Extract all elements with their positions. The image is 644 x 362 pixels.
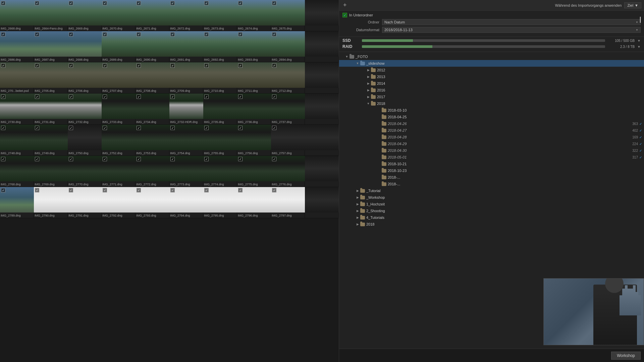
photo-checkbox[interactable] [1,63,5,68]
photo-cell[interactable]: IMG_2707.dng [102,62,136,93]
photo-checkbox[interactable] [238,1,243,5]
photo-checkbox[interactable] [238,95,243,99]
photo-cell[interactable]: IMG_2734.dng [136,94,169,124]
photo-checkbox[interactable] [1,126,5,130]
photo-cell[interactable]: IMG_2789.dng [0,187,34,218]
photo-cell[interactable]: IMG_2694.dng [271,31,305,62]
photo-cell[interactable]: IMG_2756.dng [237,125,271,156]
photo-cell[interactable]: IMG_2732.dng [68,94,102,124]
photo-checkbox[interactable] [272,95,276,99]
photo-cell[interactable]: IMG_2687.dng [34,31,68,62]
add-button[interactable]: + [342,2,348,9]
photo-checkbox[interactable] [272,32,276,37]
photo-checkbox[interactable] [238,188,243,192]
photo-cell[interactable]: IMG_2692.dng [203,31,237,62]
subfolder-checkbox[interactable] [342,13,347,17]
tree-item-2012[interactable]: 2012 [339,67,644,73]
photo-cell[interactable] [305,94,339,124]
tree-item-2018-04-26[interactable]: 2018-04-26 363 ✓ [339,120,644,127]
workshop-button[interactable]: Workshop [611,352,641,360]
tree-item-2013[interactable]: 2013 [339,73,644,80]
photo-checkbox[interactable] [204,1,209,5]
photo-checkbox[interactable] [137,95,141,99]
photo-checkbox[interactable] [69,126,73,130]
photo-checkbox[interactable] [35,1,39,5]
photo-checkbox[interactable] [272,126,276,130]
photo-checkbox[interactable] [1,157,5,161]
photo-cell[interactable]: IMG_2672.dng [169,0,203,31]
photo-checkbox[interactable] [170,32,175,37]
photo-checkbox[interactable] [170,63,175,68]
photo-checkbox[interactable] [35,95,39,99]
photo-cell[interactable]: IMG_2757.dng [271,125,305,156]
photo-cell[interactable]: IMG_2712.dng [271,62,305,93]
storage-expand-icon[interactable]: ▼ [637,45,641,49]
photo-cell[interactable]: IMG_2796.dng [237,187,271,218]
photo-checkbox[interactable] [238,157,243,161]
photo-checkbox[interactable] [103,126,107,130]
photo-cell[interactable]: IMG_2772.dng [136,156,169,187]
tree-item-2018b[interactable]: 2018 [339,221,644,228]
photo-cell[interactable]: IMG_2671.dng [136,0,169,31]
photo-checkbox[interactable] [204,63,209,68]
photo-cell[interactable]: IMG_2776.dng [271,156,305,187]
photo-cell[interactable]: IMG_2755.dng [203,125,237,156]
photo-cell[interactable]: IMG_2688.dng [68,31,102,62]
photo-cell[interactable]: IMG_2794.dng [169,187,203,218]
photo-checkbox[interactable] [204,126,209,130]
photo-cell[interactable]: IMG_2664-Pano.dng [34,0,68,31]
photo-cell[interactable]: IMG_2674.dng [237,0,271,31]
photo-checkbox[interactable] [103,95,107,99]
photo-checkbox[interactable] [35,32,39,37]
photo-checkbox[interactable] [170,126,175,130]
photo-checkbox[interactable] [170,95,175,99]
ziel-button[interactable]: Ziel ▼ [624,2,641,8]
photo-checkbox[interactable] [69,63,73,68]
photo-cell[interactable]: IMG_2768.dng [0,156,34,187]
photo-cell[interactable]: IMG_2686.dng [0,31,34,62]
photo-checkbox[interactable] [204,95,209,99]
tree-item-2018-x1[interactable]: 2018-... [339,174,644,181]
tree-item-2_shooting[interactable]: 2_Shooting [339,207,644,214]
tree-item-2018-04-25[interactable]: 2018-04-25 [339,114,644,120]
photo-checkbox[interactable] [1,95,5,99]
photo-cell[interactable]: IMG_2691.dng [169,31,203,62]
photo-checkbox[interactable] [204,32,209,37]
photo-checkbox[interactable] [238,126,243,130]
photo-cell[interactable]: IMG_2708.dng [136,62,169,93]
photo-cell[interactable]: IMG_2797.dng [271,187,305,218]
tree-item-_tutorial[interactable]: _Tutorial [339,187,644,194]
photo-cell[interactable]: IMG_2770.dng [68,156,102,187]
photo-cell[interactable] [305,125,339,156]
photo-checkbox[interactable] [103,32,107,37]
photo-cell[interactable]: IMG_2752.dng [102,125,136,156]
photo-checkbox[interactable] [103,1,107,5]
storage-row-ssd[interactable]: SSD 105 / 500 GB ▼ [342,38,641,43]
photo-cell[interactable]: IMG_2749.dng [34,125,68,156]
photo-cell[interactable]: IMG_2748.dng [0,125,34,156]
photo-cell[interactable] [305,0,339,31]
tree-item-2017[interactable]: 2017 [339,94,644,100]
photo-checkbox[interactable] [69,95,73,99]
photo-cell[interactable]: IMG_2730.dng [0,94,34,124]
photo-checkbox[interactable] [137,126,141,130]
photo-cell[interactable]: IMG_2736.dng [237,94,271,124]
photo-checkbox[interactable] [204,157,209,161]
tree-item-2018-04-28[interactable]: 2018-04-28 169 ✓ [339,134,644,140]
tree-item-2018[interactable]: 2018 [339,100,644,107]
storage-row-raid[interactable]: RAID 2.3 / 8 TB ▼ [342,44,641,49]
tree-item-2018-10-21[interactable]: 2018-10-21 [339,161,644,167]
tree-item-2016[interactable]: 2016 [339,87,644,94]
photo-cell[interactable]: IMG_2690.dng [136,31,169,62]
photo-cell[interactable]: IMG_2673.dng [203,0,237,31]
photo-cell[interactable]: IMG_2669.dng [68,0,102,31]
photo-checkbox[interactable] [204,188,209,192]
photo-checkbox[interactable] [272,157,276,161]
photo-checkbox[interactable] [272,1,276,5]
photo-cell[interactable]: IMG_2773.dng [169,156,203,187]
tree-item-2018-03-10[interactable]: 2018-03-10 [339,107,644,114]
photo-checkbox[interactable] [137,1,141,5]
photo-checkbox[interactable] [103,157,107,161]
tree-item-4_tutorials[interactable]: 4_Tutorials [339,214,644,221]
tree-item-2018-05-01[interactable]: 2018-05-01 317 ✓ [339,154,644,161]
